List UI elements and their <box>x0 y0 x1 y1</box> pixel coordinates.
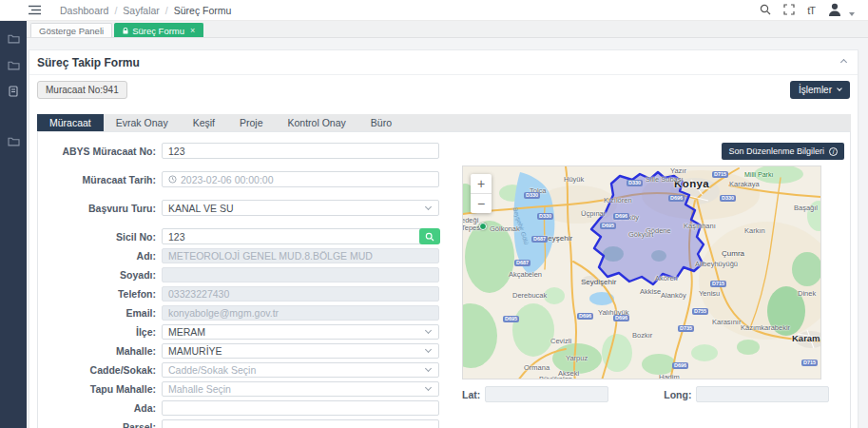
search-button[interactable] <box>419 228 440 244</box>
long-input[interactable] <box>696 386 829 402</box>
menu-toggle-icon[interactable] <box>29 5 41 15</box>
field-label-mahalle: Mahalle: <box>38 345 162 357</box>
lat-input[interactable] <box>485 386 608 402</box>
field-label-m-racaat-tarih: Müracaat Tarih: <box>38 174 162 185</box>
map-label-alibeyh-y: Alibeyhüyüğü <box>695 260 738 268</box>
map-label-ak-ren: Akören <box>655 274 678 282</box>
field-value: MAMURİYE <box>168 345 222 357</box>
sidebar-item-folder-1[interactable] <box>0 52 27 79</box>
breadcrumb-item-sayfalar[interactable]: Sayfalar <box>123 5 160 16</box>
sidebar-item-file-2[interactable] <box>0 79 27 106</box>
chevron-down-icon <box>425 327 432 334</box>
map-label-seydi-ehir: Seydişehir <box>581 278 616 286</box>
map-label-dinek: Dinek <box>798 289 816 298</box>
select-tapu-mahalle[interactable]: Mahalle Seçin <box>162 381 439 397</box>
tab-ke-if[interactable]: Keşif <box>181 114 227 131</box>
actions-button[interactable]: İşlemler <box>790 81 850 99</box>
map-label-akkise: Akkise <box>640 287 661 296</box>
field-control: 123 <box>162 228 439 244</box>
avatar-caret-icon[interactable] <box>849 12 855 16</box>
field-label-tapu-mahalle: Tapu Mahalle: <box>38 383 162 395</box>
map-label-ba-a-l: Başağıl <box>794 204 818 212</box>
tab-m-racaat[interactable]: Müracaat <box>37 114 104 131</box>
map-label-alank-y: Alanköy <box>661 291 686 300</box>
field-control: konyabolge@mgm.gov.tr <box>162 305 439 321</box>
input-ad[interactable]: METEOROLOJİ GENEL MUD.8.BÖLGE MUD <box>162 248 439 263</box>
application-number-badge[interactable]: Muracaat No:941 <box>37 81 127 99</box>
breadcrumb-item-s-re-formu[interactable]: Süreç Formu <box>174 5 232 16</box>
breadcrumb: Dashboard/Sayfalar/Süreç Formu <box>60 5 231 16</box>
road-badge-d735: D735 <box>678 325 694 332</box>
input-abys-m-racaat-no[interactable]: 123 <box>162 143 439 159</box>
breadcrumb-separator: / <box>165 5 168 16</box>
file-icon <box>9 86 18 99</box>
select-i-l-e[interactable]: MERAM <box>162 324 439 340</box>
last-edit-info-button[interactable]: Son Düzenlenme Bilgileri i <box>722 143 844 160</box>
map[interactable]: HüyükTolcaÜçpınarGölkonakedeğiTepesiBeyş… <box>462 165 821 379</box>
workspace-tab-strip: Gösterge Paneli Süreç Formu × <box>27 21 868 38</box>
close-tab-icon[interactable]: × <box>190 26 195 35</box>
select-mahalle[interactable]: MAMURİYE <box>162 343 439 359</box>
zoom-in-button[interactable]: + <box>471 174 492 193</box>
road-badge-d695: D695 <box>503 316 519 322</box>
input-parsel[interactable] <box>162 419 439 428</box>
search-icon[interactable] <box>760 4 771 17</box>
field-value: KANAL VE SU <box>168 203 233 214</box>
field-value: konyabolge@mgm.gov.tr <box>168 307 279 319</box>
road-badge-d330: D330 <box>537 213 553 220</box>
field-control <box>162 419 439 428</box>
zoom-out-button[interactable]: − <box>471 194 492 213</box>
field-value: 123 <box>168 146 185 157</box>
input-ada[interactable] <box>162 400 439 416</box>
input-telefon[interactable]: 03323227430 <box>162 286 439 302</box>
chevron-down-icon <box>425 203 432 209</box>
input-sicil-no[interactable]: 123 <box>162 228 439 244</box>
input-email[interactable]: konyabolge@mgm.gov.tr <box>162 305 439 321</box>
road-badge-d330: D330 <box>524 192 540 199</box>
main-content: Süreç Takip Formu Muracaat No:941 İşleml… <box>27 38 868 428</box>
tab-proje[interactable]: Proje <box>227 114 276 131</box>
tab-evrak-onay[interactable]: Evrak Onay <box>104 114 181 131</box>
tab-kontrol-onay[interactable]: Kontrol Onay <box>276 114 358 131</box>
field-control: MAMURİYE <box>162 343 439 359</box>
field-label-email: Email: <box>38 307 162 319</box>
input-soyad[interactable] <box>162 267 439 282</box>
breadcrumb-item-dashboard[interactable]: Dashboard <box>60 5 108 16</box>
map-label-yenisu: Yenisu <box>699 289 720 298</box>
form-panel: ABYS Müracaat No:123Müracaat Tarih:2023-… <box>37 131 851 428</box>
field-control: 03323227430 <box>162 286 439 302</box>
road-badge-d696: D696 <box>613 213 629 220</box>
field-control: 2023-02-06 00:00:00 <box>162 171 439 187</box>
field-label-ad: Adı: <box>38 250 162 262</box>
field-control: 123 <box>162 143 439 159</box>
folder-icon <box>8 60 20 72</box>
road-badge-d715: D715 <box>710 281 726 287</box>
map-label-bozk-r: Bozkır <box>632 331 652 340</box>
map-label-karakaya: Karakaya <box>729 180 760 188</box>
sidebar-item-folder-0[interactable] <box>0 26 27 52</box>
avatar[interactable] <box>827 2 842 19</box>
fullscreen-icon[interactable] <box>783 4 795 17</box>
tab-gosterge-paneli[interactable]: Gösterge Paneli <box>30 23 112 37</box>
road-badge-d696: D696 <box>668 195 685 202</box>
input-m-racaat-tarih[interactable]: 2023-02-06 00:00:00 <box>162 171 439 187</box>
map-label-yaz-r: Yazır <box>670 166 686 175</box>
folder-icon <box>8 136 20 148</box>
field-value: 2023-02-06 00:00:00 <box>181 174 274 185</box>
sidebar-item-folder-3[interactable] <box>0 128 27 155</box>
tab-surec-formu[interactable]: Süreç Formu × <box>114 23 203 37</box>
map-label-h-y-k: Hüyük <box>564 175 584 184</box>
road-badge-d696: D696 <box>613 315 629 321</box>
field-label-abys-m-racaat-no: ABYS Müracaat No: <box>38 146 162 157</box>
select-cadde-sokak[interactable]: Cadde/Sokak Seçin <box>162 362 439 378</box>
sidebar-nav <box>0 21 27 428</box>
form-row-ada: Ada: <box>38 400 850 416</box>
select-ba-vuru-turu[interactable]: KANAL VE SU <box>162 200 439 216</box>
field-label-ba-vuru-turu: Başvuru Turu: <box>38 203 162 214</box>
text-size-icon[interactable]: tT <box>807 5 815 16</box>
field-value: 123 <box>168 231 185 243</box>
map-label-kark-n: Karkın <box>744 226 765 235</box>
tab-b-ro[interactable]: Büro <box>358 114 404 131</box>
field-label-ada: Ada: <box>38 402 162 414</box>
collapse-card-icon[interactable] <box>840 59 847 66</box>
